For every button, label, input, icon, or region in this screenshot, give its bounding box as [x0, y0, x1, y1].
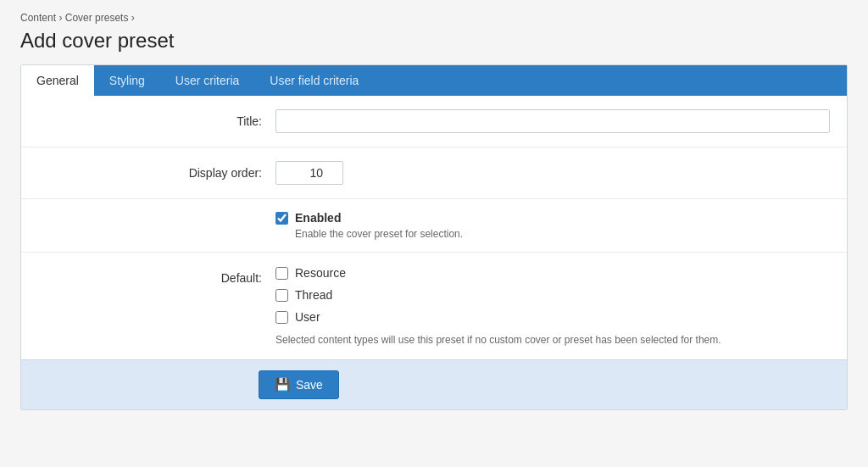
form-area: Title: Display order: Enabled [21, 96, 847, 359]
title-input[interactable] [275, 109, 830, 133]
enabled-checkbox-row: Enabled [275, 211, 830, 225]
save-icon: 💾 [275, 377, 291, 392]
default-resource-row: Resource [275, 266, 830, 280]
default-thread-row: Thread [275, 288, 830, 302]
enabled-help-text: Enable the cover preset for selection. [295, 228, 830, 240]
main-card: General Styling User criteria User field… [20, 64, 848, 410]
default-resource-checkbox[interactable] [275, 267, 288, 280]
default-help-text: Selected content types will use this pre… [275, 334, 830, 346]
tab-user-criteria[interactable]: User criteria [160, 65, 254, 96]
default-label: Default: [38, 266, 275, 285]
enabled-right: Enabled Enable the cover preset for sele… [275, 211, 830, 240]
title-row: Title: [21, 96, 847, 147]
display-order-input[interactable] [275, 161, 343, 185]
title-control [275, 109, 830, 133]
tab-bar: General Styling User criteria User field… [21, 65, 847, 96]
tab-user-field-criteria[interactable]: User field criteria [254, 65, 374, 96]
breadcrumb-sep1: › [58, 12, 64, 24]
enabled-checkbox[interactable] [275, 212, 288, 225]
default-user-label[interactable]: User [295, 310, 320, 324]
enabled-label[interactable]: Enabled [295, 211, 341, 225]
breadcrumb-sep2: › [131, 12, 135, 24]
footer-row: 💾 Save [21, 359, 847, 409]
default-row: Default: Resource Thread Use [21, 253, 847, 359]
page-wrapper: Content › Cover presets › Add cover pres… [0, 0, 868, 431]
default-thread-checkbox[interactable] [275, 289, 288, 302]
tab-styling[interactable]: Styling [94, 65, 160, 96]
default-control: Resource Thread User Selected content ty… [275, 266, 830, 346]
display-order-row: Display order: [21, 147, 847, 199]
breadcrumb-content: Content [20, 12, 56, 24]
display-order-label: Display order: [38, 161, 275, 180]
page-title: Add cover preset [20, 29, 848, 53]
default-user-row: User [275, 310, 830, 324]
default-user-checkbox[interactable] [275, 311, 288, 324]
display-order-control [275, 161, 830, 185]
save-button[interactable]: 💾 Save [259, 370, 339, 399]
default-thread-label[interactable]: Thread [295, 288, 332, 302]
tab-general[interactable]: General [21, 65, 94, 96]
save-label: Save [296, 378, 323, 392]
default-checkboxes: Resource Thread User [275, 266, 830, 327]
breadcrumb: Content › Cover presets › [20, 12, 848, 24]
enabled-row: Enabled Enable the cover preset for sele… [21, 199, 847, 253]
title-label: Title: [38, 109, 275, 128]
default-resource-label[interactable]: Resource [295, 266, 346, 280]
breadcrumb-cover-presets: Cover presets [65, 12, 129, 24]
